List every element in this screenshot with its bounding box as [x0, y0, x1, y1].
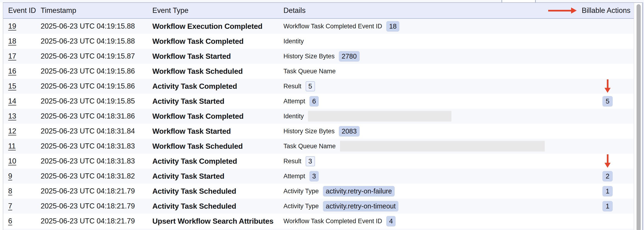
detail-label: Identity — [284, 113, 304, 120]
details-cell: Result 5 — [284, 79, 315, 94]
event-id-link[interactable]: 6 — [8, 214, 12, 228]
billable-actions-cell: 5 — [596, 94, 619, 109]
detail-label: Workflow Task Completed Event ID — [284, 217, 382, 225]
detail-label: Activity Type — [284, 188, 319, 195]
table-row: 15 2025-06-23 UTC 04:19:15.86 Activity T… — [3, 79, 634, 94]
timestamp-cell: 2025-06-23 UTC 04:19:15.86 — [41, 64, 135, 79]
event-id-link[interactable]: 16 — [8, 64, 16, 79]
event-id-link[interactable]: 13 — [8, 109, 16, 124]
event-id-link[interactable]: 7 — [8, 199, 12, 214]
timestamp-cell: 2025-06-23 UTC 04:18:31.84 — [41, 124, 135, 139]
detail-label: Attempt — [284, 173, 305, 180]
details-cell: Attempt 6 — [284, 94, 319, 109]
event-id-link[interactable]: 17 — [8, 49, 16, 64]
event-id-link[interactable]: 14 — [8, 94, 16, 109]
billable-actions-cell — [596, 124, 619, 139]
column-header-timestamp: Timestamp — [41, 3, 76, 18]
details-cell: Activity Type activity.retry-on-timeout — [284, 199, 398, 214]
billable-count-badge: 5 — [602, 96, 613, 106]
details-cell: History Size Bytes 2780 — [284, 49, 360, 64]
billable-actions-cell — [596, 49, 619, 64]
timestamp-cell: 2025-06-23 UTC 04:19:15.88 — [41, 19, 135, 34]
event-type-cell: Workflow Task Scheduled — [152, 64, 243, 79]
timestamp-cell: 2025-06-23 UTC 04:19:15.86 — [41, 79, 135, 94]
detail-label: Identity — [284, 38, 304, 45]
table-row: 18 2025-06-23 UTC 04:19:15.88 Workflow T… — [3, 34, 634, 49]
event-type-cell: Activity Task Completed — [152, 79, 237, 94]
event-id-link[interactable]: 12 — [8, 124, 16, 139]
billable-actions-cell — [596, 214, 619, 228]
detail-value-badge: 3 — [306, 156, 315, 166]
event-type-cell: Workflow Execution Completed — [152, 19, 262, 34]
event-id-link[interactable]: 18 — [8, 34, 16, 49]
event-id-link[interactable]: 15 — [8, 79, 16, 94]
billable-actions-cell — [596, 139, 619, 154]
table-row: 10 2025-06-23 UTC 04:18:31.83 Activity T… — [3, 154, 634, 169]
details-cell: Workflow Task Completed Event ID 18 — [284, 19, 399, 34]
billable-actions-cell — [596, 154, 619, 169]
event-history-table: Event ID Timestamp Event Type Details Bi… — [3, 3, 634, 230]
detail-label: Activity Type — [284, 203, 319, 210]
billable-count-badge: 1 — [602, 201, 613, 211]
top-strip — [0, 0, 644, 2]
event-id-link[interactable]: 8 — [8, 184, 12, 199]
details-cell: Identity — [284, 34, 304, 49]
event-id-link[interactable]: 9 — [8, 169, 12, 184]
timestamp-cell: 2025-06-23 UTC 04:18:21.79 — [41, 184, 135, 199]
table-header-row: Event ID Timestamp Event Type Details Bi… — [3, 3, 634, 19]
timestamp-cell: 2025-06-23 UTC 04:18:31.82 — [41, 169, 135, 184]
column-header-details: Details — [284, 3, 306, 18]
billable-actions-cell — [596, 64, 619, 79]
event-type-cell: Workflow Task Completed — [152, 34, 244, 49]
billable-actions-cell: 1 — [596, 199, 619, 214]
table-row: 7 2025-06-23 UTC 04:18:21.79 Activity Ta… — [3, 199, 634, 214]
detail-label: History Size Bytes — [284, 128, 334, 135]
detail-value-badge: activity.retry-on-timeout — [323, 201, 398, 211]
column-header-event-id: Event ID — [8, 3, 36, 18]
billable-actions-cell — [596, 109, 619, 124]
detail-label: Result — [284, 158, 302, 165]
event-id-link[interactable]: 19 — [8, 19, 16, 34]
billable-actions-cell: 2 — [596, 169, 619, 184]
table-row: 11 2025-06-23 UTC 04:18:31.83 Workflow T… — [3, 139, 634, 154]
vertical-scrollbar-thumb[interactable] — [636, 4, 641, 230]
event-type-cell: Activity Task Completed — [152, 154, 237, 169]
detail-value-badge: 2083 — [339, 126, 360, 137]
timestamp-cell: 2025-06-23 UTC 04:19:15.87 — [41, 49, 135, 64]
red-down-arrow-annotation-icon — [604, 79, 610, 93]
event-type-cell: Upsert Workflow Search Attributes — [152, 214, 274, 228]
event-type-cell: Activity Task Scheduled — [152, 199, 236, 214]
timestamp-cell: 2025-06-23 UTC 04:18:31.83 — [41, 139, 135, 154]
details-cell: Activity Type activity.retry-on-failure — [284, 184, 395, 199]
event-type-cell: Activity Task Started — [152, 169, 224, 184]
billable-actions-cell — [596, 34, 619, 49]
timestamp-cell: 2025-06-23 UTC 04:19:15.85 — [41, 94, 135, 109]
table-body: 19 2025-06-23 UTC 04:19:15.88 Workflow E… — [3, 19, 634, 228]
timestamp-cell: 2025-06-23 UTC 04:18:21.79 — [41, 199, 135, 214]
detail-label: Task Queue Name — [284, 68, 336, 75]
event-type-cell: Workflow Task Scheduled — [152, 139, 243, 154]
details-cell: Task Queue Name — [284, 64, 336, 79]
timestamp-cell: 2025-06-23 UTC 04:19:15.88 — [41, 34, 135, 49]
table-row: 9 2025-06-23 UTC 04:18:31.82 Activity Ta… — [3, 169, 634, 184]
column-header-event-type: Event Type — [152, 3, 188, 18]
details-cell: History Size Bytes 2083 — [284, 124, 360, 139]
details-cell: Result 3 — [284, 154, 315, 169]
event-id-link[interactable]: 11 — [8, 139, 16, 154]
details-cell: Attempt 3 — [284, 169, 319, 184]
table-row: 14 2025-06-23 UTC 04:19:15.85 Activity T… — [3, 94, 634, 109]
detail-value-badge: 6 — [310, 96, 319, 106]
billable-count-badge: 1 — [602, 186, 613, 196]
details-cell: Task Queue Name — [284, 139, 545, 154]
redacted-value — [340, 141, 545, 152]
event-type-cell: Workflow Task Started — [152, 49, 231, 64]
detail-value-badge: 5 — [306, 81, 315, 91]
detail-label: Workflow Task Completed Event ID — [284, 23, 382, 30]
red-down-arrow-annotation-icon — [604, 154, 610, 168]
table-row: 17 2025-06-23 UTC 04:19:15.87 Workflow T… — [3, 49, 634, 64]
event-id-link[interactable]: 10 — [8, 154, 16, 169]
details-cell: Workflow Task Completed Event ID 4 — [284, 214, 396, 228]
table-row: 12 2025-06-23 UTC 04:18:31.84 Workflow T… — [3, 124, 634, 139]
partial-next-row — [3, 228, 634, 230]
event-type-cell: Activity Task Started — [152, 94, 224, 109]
